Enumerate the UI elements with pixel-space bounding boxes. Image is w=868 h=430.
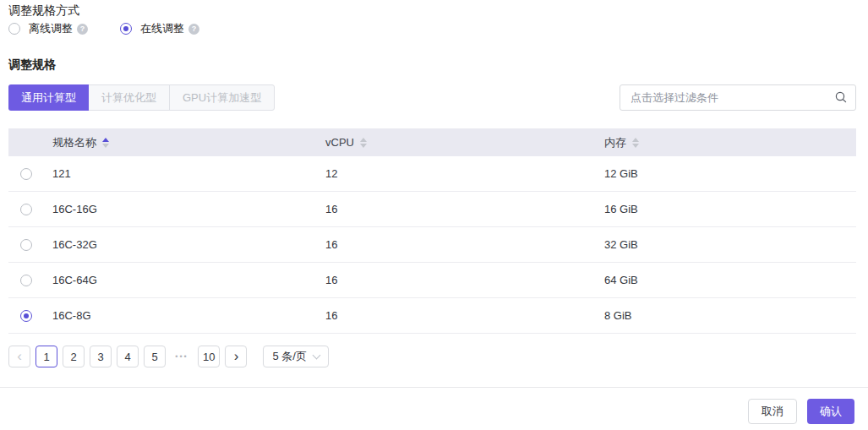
confirm-button[interactable]: 确认 xyxy=(807,399,854,424)
spec-table: 规格名称 vCPU 内存 121 12 12 GiB 16C-16G 16 16… xyxy=(8,128,856,334)
chevron-right-icon: › xyxy=(234,349,239,365)
table-row[interactable]: 16C-16G 16 16 GiB xyxy=(8,192,856,227)
table-header-row: 规格名称 vCPU 内存 xyxy=(8,128,856,156)
vcpu-cell: 16 xyxy=(317,203,596,215)
pagination-page-2[interactable]: 2 xyxy=(63,346,85,367)
table-row[interactable]: 16C-64G 16 64 GiB xyxy=(8,263,856,298)
radio-offline-label: 离线调整 xyxy=(29,21,73,36)
table-row[interactable]: 16C-32G 16 32 GiB xyxy=(8,227,856,263)
column-header-vcpu: vCPU xyxy=(325,136,354,149)
pagination-page-3[interactable]: 3 xyxy=(90,346,112,367)
spec-name-cell: 16C-64G xyxy=(44,274,317,286)
footer-actions: 取消 确认 xyxy=(748,399,854,424)
sort-icon-memory[interactable] xyxy=(632,138,639,148)
tab-gpu-accelerated[interactable]: GPU计算加速型 xyxy=(169,84,275,111)
table-row-selected[interactable]: 16C-8G 16 8 GiB xyxy=(8,298,856,334)
method-section-title: 调整规格方式 xyxy=(8,3,79,19)
search-icon[interactable] xyxy=(834,90,848,104)
spec-name-cell: 16C-32G xyxy=(44,238,317,251)
help-icon[interactable]: ? xyxy=(77,24,88,35)
spec-name-cell: 121 xyxy=(44,167,317,180)
vcpu-cell: 16 xyxy=(317,238,596,251)
pagination-prev-button[interactable]: ‹ xyxy=(8,346,30,367)
instance-type-tabs: 通用计算型 计算优化型 GPU计算加速型 xyxy=(8,84,275,111)
page-size-label: 5 条/页 xyxy=(272,349,306,364)
row-radio-unchecked-icon[interactable] xyxy=(20,168,32,180)
memory-cell: 12 GiB xyxy=(596,167,856,180)
radio-online-adjust[interactable]: 在线调整 ? xyxy=(120,21,199,36)
spec-name-cell: 16C-8G xyxy=(44,309,317,322)
filter-search-box xyxy=(620,84,856,111)
row-radio-unchecked-icon[interactable] xyxy=(20,275,32,286)
spec-name-cell: 16C-16G xyxy=(44,203,317,215)
row-radio-unchecked-icon[interactable] xyxy=(20,204,32,215)
toolbar: 通用计算型 计算优化型 GPU计算加速型 xyxy=(8,84,856,111)
row-radio-checked-icon[interactable] xyxy=(20,310,32,322)
cancel-button[interactable]: 取消 xyxy=(748,399,797,424)
radio-checked-icon[interactable] xyxy=(120,23,132,35)
page-size-select[interactable]: 5 条/页 xyxy=(263,346,328,367)
chevron-down-icon xyxy=(312,351,320,359)
sort-icon-name[interactable] xyxy=(102,138,109,148)
sort-icon-vcpu[interactable] xyxy=(360,138,367,148)
radio-offline-adjust[interactable]: 离线调整 ? xyxy=(8,21,88,36)
radio-unchecked-icon[interactable] xyxy=(8,23,20,35)
filter-search-input[interactable] xyxy=(620,84,856,111)
memory-cell: 8 GiB xyxy=(596,309,856,322)
memory-cell: 16 GiB xyxy=(596,203,856,215)
row-radio-unchecked-icon[interactable] xyxy=(20,239,32,251)
chevron-left-icon: ‹ xyxy=(17,349,22,365)
column-header-name: 规格名称 xyxy=(52,135,96,150)
memory-cell: 32 GiB xyxy=(596,238,856,251)
pagination-page-10[interactable]: 10 xyxy=(198,346,220,367)
footer-divider xyxy=(0,387,868,388)
adjust-method-radio-group: 离线调整 ? 在线调整 ? xyxy=(8,21,199,36)
pagination-ellipsis-icon[interactable]: ••• xyxy=(171,352,193,361)
vcpu-cell: 12 xyxy=(317,167,596,180)
vcpu-cell: 16 xyxy=(317,309,596,322)
help-icon[interactable]: ? xyxy=(188,24,199,35)
pagination-page-4[interactable]: 4 xyxy=(117,346,139,367)
vcpu-cell: 16 xyxy=(317,274,596,286)
pagination-page-5[interactable]: 5 xyxy=(144,346,166,367)
tab-general-compute[interactable]: 通用计算型 xyxy=(8,84,89,111)
column-header-memory: 内存 xyxy=(604,135,626,150)
pagination-next-button[interactable]: › xyxy=(225,346,247,367)
table-row[interactable]: 121 12 12 GiB xyxy=(8,156,856,192)
pagination-page-1[interactable]: 1 xyxy=(35,346,57,367)
radio-online-label: 在线调整 xyxy=(140,21,184,36)
memory-cell: 64 GiB xyxy=(596,274,856,286)
tab-compute-optimized[interactable]: 计算优化型 xyxy=(88,84,170,111)
spec-section-title: 调整规格 xyxy=(8,57,56,73)
pagination: ‹ 1 2 3 4 5 ••• 10 › 5 条/页 xyxy=(8,346,329,367)
